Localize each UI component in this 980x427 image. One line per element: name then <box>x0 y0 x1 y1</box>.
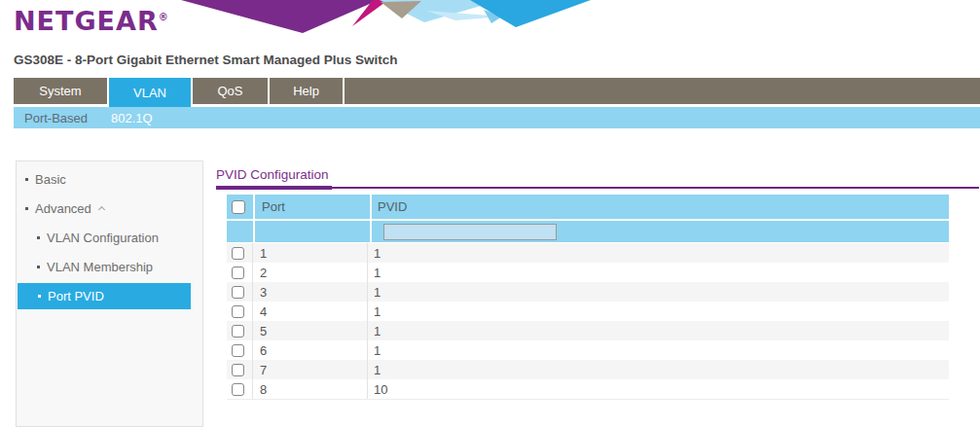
sidebar-item-vlan-configuration[interactable]: VLAN Configuration <box>17 223 202 252</box>
sidebar-item-port-pvid[interactable]: Port PVID <box>18 283 191 309</box>
row-checkbox[interactable] <box>232 364 244 376</box>
filter-pvid-cell <box>372 221 949 242</box>
bullet-icon <box>38 295 41 298</box>
pvid-cell: 1 <box>368 263 949 282</box>
port-cell: 3 <box>253 282 368 302</box>
sidebar-item-label: Port PVID <box>48 289 104 303</box>
table-row: 8 10 <box>227 379 949 399</box>
port-cell: 8 <box>253 379 368 399</box>
pvid-cell: 1 <box>368 321 949 340</box>
sidebar-item-advanced[interactable]: Advanced <box>17 194 202 223</box>
vlan-subnav: Port-Based 802.1Q <box>14 107 980 128</box>
sidebar-item-basic[interactable]: Basic <box>17 164 202 194</box>
port-cell: 5 <box>253 321 368 340</box>
bullet-icon <box>25 178 28 181</box>
filter-port-cell <box>255 221 370 242</box>
row-checkbox[interactable] <box>232 305 244 318</box>
sidebar-item-vlan-membership[interactable]: VLAN Membership <box>17 252 202 281</box>
pvid-cell: 1 <box>368 282 949 302</box>
select-all-checkbox[interactable] <box>232 200 245 214</box>
tab-vlan[interactable]: VLAN <box>109 78 191 107</box>
header-checkbox-cell <box>227 195 253 219</box>
banner-graphic <box>181 0 596 33</box>
row-checkbox[interactable] <box>232 286 244 299</box>
port-cell: 1 <box>253 243 368 263</box>
row-checkbox[interactable] <box>232 325 244 338</box>
column-header-pvid: PVID <box>372 195 949 219</box>
tab-qos[interactable]: QoS <box>193 78 268 104</box>
table-row: 6 1 <box>227 340 949 360</box>
table-row: 5 1 <box>227 321 949 340</box>
sidebar-item-label: VLAN Membership <box>47 260 153 274</box>
port-cell: 4 <box>253 302 368 321</box>
port-cell: 6 <box>253 340 368 360</box>
port-cell: 2 <box>253 263 368 282</box>
table-filter-row <box>227 221 949 242</box>
subnav-item-8021q[interactable]: 802.1Q <box>111 111 153 125</box>
device-title: GS308E - 8-Port Gigabit Ethernet Smart M… <box>14 53 398 67</box>
sidebar-item-label: VLAN Configuration <box>47 231 159 245</box>
registered-mark: ® <box>159 12 169 22</box>
table-row: 4 1 <box>227 302 949 321</box>
column-header-port: Port <box>255 195 370 219</box>
chevron-up-icon <box>98 206 105 213</box>
table-row: 1 1 <box>227 243 949 263</box>
table-body: 1 1 2 1 3 1 4 1 5 1 <box>227 243 949 400</box>
pvid-cell: 1 <box>368 243 949 263</box>
logo-text: NETGEAR <box>14 6 159 36</box>
netgear-logo: NETGEAR® <box>14 6 169 36</box>
row-checkbox[interactable] <box>232 344 244 357</box>
row-checkbox[interactable] <box>232 247 244 260</box>
main-navbar: System VLAN QoS Help <box>14 78 980 104</box>
section-title: PVID Configuration <box>216 165 332 190</box>
pvid-filter-input[interactable] <box>383 224 557 240</box>
filter-checkbox-cell <box>227 221 253 242</box>
bullet-icon <box>37 236 40 239</box>
sidebar-item-label: Advanced <box>35 201 91 216</box>
pvid-cell: 1 <box>368 360 949 379</box>
port-cell: 7 <box>253 360 368 379</box>
tab-system[interactable]: System <box>14 78 107 104</box>
pvid-cell: 1 <box>368 302 949 321</box>
pvid-table: Port PVID 1 1 2 1 <box>227 195 949 400</box>
table-row: 2 1 <box>227 263 949 282</box>
row-checkbox[interactable] <box>232 267 244 279</box>
table-header-row: Port PVID <box>227 195 949 219</box>
table-row: 7 1 <box>227 360 949 379</box>
sidebar-item-label: Basic <box>35 172 66 187</box>
pvid-cell: 10 <box>368 379 949 399</box>
main-content: PVID Configuration Port PVID 1 1 <box>216 165 979 400</box>
sidebar-menu: Basic Advanced VLAN Configuration VLAN M… <box>16 160 203 427</box>
bullet-icon <box>37 266 40 268</box>
navbar-filler <box>345 78 980 104</box>
bullet-icon <box>25 207 28 210</box>
section-title-rule: PVID Configuration <box>216 165 979 189</box>
row-checkbox[interactable] <box>232 383 244 396</box>
tab-help[interactable]: Help <box>270 78 343 104</box>
table-row: 3 1 <box>227 282 949 302</box>
pvid-cell: 1 <box>368 340 949 360</box>
subnav-item-port-based[interactable]: Port-Based <box>24 111 88 125</box>
